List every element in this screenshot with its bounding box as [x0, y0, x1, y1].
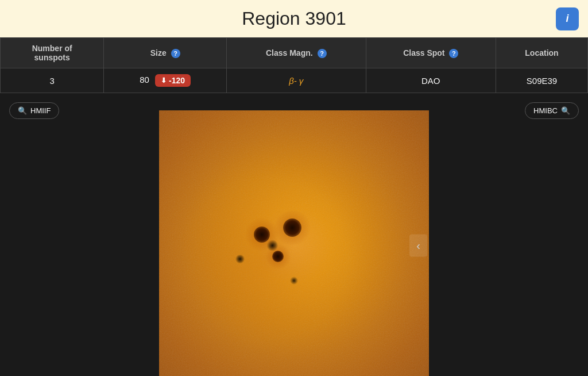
col-class-spot: Class Spot ?	[366, 38, 496, 68]
table-row: 3 80 ⬇ -120 β- γ DAO S09E39	[1, 68, 588, 93]
arrow-down-icon: ⬇	[161, 76, 167, 85]
hmibc-search-icon: 🔍	[561, 106, 570, 115]
class-magn-value: β- γ	[226, 68, 366, 93]
main-area: 🔍 HMIIF ‹ HMIBC 🔍	[0, 93, 588, 376]
size-change-badge: ⬇ -120	[155, 74, 191, 87]
right-panel: HMIBC 🔍	[433, 93, 588, 376]
location-value: S09E39	[496, 68, 587, 93]
chevron-left-icon: ‹	[416, 239, 420, 252]
hmiif-label: HMIIF	[30, 106, 51, 115]
data-table: Number ofsunspots Size ? Class Magn. ? C…	[0, 37, 588, 93]
size-cell: 80 ⬇ -120	[104, 68, 226, 93]
sunspots-value: 3	[1, 68, 104, 93]
hmibc-label: HMIBC	[533, 106, 558, 115]
image-container: ‹	[155, 93, 433, 376]
size-change-value: -120	[169, 76, 185, 85]
class-magn-help-icon[interactable]: ?	[318, 49, 327, 58]
sun-image	[159, 110, 429, 376]
hmibc-button[interactable]: HMIBC 🔍	[525, 102, 579, 119]
col-location: Location	[496, 38, 587, 68]
col-class-magn: Class Magn. ?	[226, 38, 366, 68]
left-panel: 🔍 HMIIF	[0, 93, 155, 376]
class-magn-text: β- γ	[289, 76, 303, 86]
col-sunspots: Number ofsunspots	[1, 38, 104, 68]
col-size: Size ?	[104, 38, 226, 68]
page-header: Region 3901 i	[0, 0, 588, 37]
prev-arrow-button[interactable]: ‹	[409, 235, 427, 257]
size-number: 80	[140, 75, 149, 85]
class-spot-value: DAO	[366, 68, 496, 93]
class-spot-help-icon[interactable]: ?	[449, 49, 458, 58]
sunspot-2	[283, 218, 301, 237]
size-help-icon[interactable]: ?	[171, 49, 180, 58]
hmiif-button[interactable]: 🔍 HMIIF	[9, 102, 59, 119]
hmiif-search-icon: 🔍	[18, 106, 27, 115]
info-icon: i	[566, 13, 568, 25]
info-button[interactable]: i	[556, 7, 579, 30]
page-title: Region 3901	[0, 8, 588, 29]
sunspot-1	[254, 227, 270, 243]
